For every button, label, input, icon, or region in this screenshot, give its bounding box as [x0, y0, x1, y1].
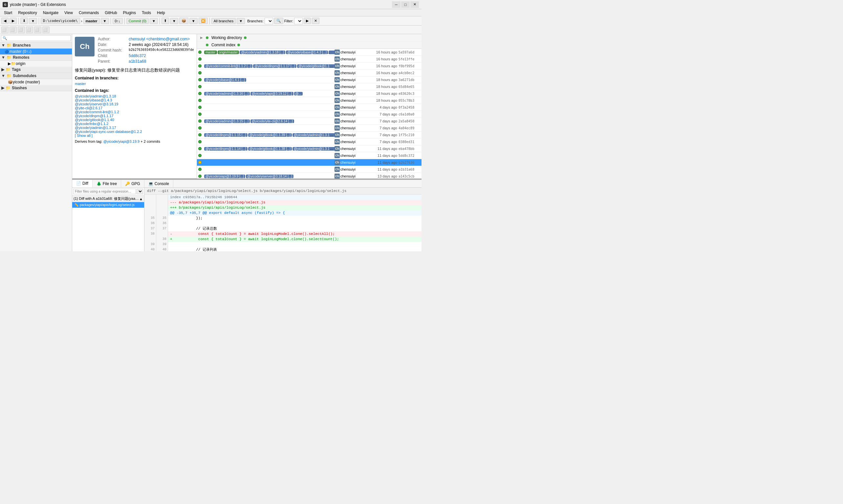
t2-btn6[interactable]: ⬜	[42, 26, 50, 33]
branch-label[interactable]: @yicode/yibase@1.4.1 [...]	[204, 78, 246, 82]
branch-label[interactable]: @yicode/commit-lint@1.1.2 [...]	[204, 64, 252, 68]
menu-view[interactable]: View	[62, 10, 75, 16]
toolbar-branch[interactable]: master	[83, 18, 100, 24]
sidebar-section-remotes[interactable]: ▼ 📁 Remotes	[0, 54, 72, 61]
toolbar-push[interactable]: ⬆	[161, 18, 169, 24]
tag-link-3[interactable]: @yite-cli@2.6.17	[75, 106, 194, 110]
toolbar-path[interactable]: D:\codes\yicode\	[41, 18, 80, 24]
tab-diff[interactable]: 📄 Diff	[72, 180, 92, 187]
commit-row[interactable]: masterorigin/master@yicode/yiadmin@1.3.1…	[197, 49, 421, 56]
commit-row[interactable]: @yicode/commit-lint@1.1.2 [...]@yicode/d…	[197, 63, 421, 70]
menu-help[interactable]: Help	[154, 10, 168, 16]
tag-link-2[interactable]: @yicode/yiserver@3.18.19	[75, 102, 194, 106]
commit-row[interactable]: Chchensuiyi16 hours agoa4cb0ec2	[197, 70, 421, 76]
t2-btn5[interactable]: ⬜	[34, 26, 41, 33]
minimize-button[interactable]: ─	[392, 1, 401, 8]
t2-btn2[interactable]: ⬜	[10, 26, 17, 33]
sidebar-section-stashes[interactable]: ▶ 📁 Stashes	[0, 85, 72, 91]
branch-label[interactable]: @yicode/yiapi@3.19.9 [...]	[204, 175, 245, 178]
branch-label[interactable]: @yicode/dlnpm@1.1.14 [...]	[204, 147, 247, 150]
branch-label[interactable]: @yicode/yibase@1.4.3 [...]	[286, 51, 328, 54]
branch-label[interactable]: @...	[294, 92, 303, 95]
branch-label[interactable]: origin/master	[218, 51, 239, 54]
branch-label[interactable]: @yicode/yiserver@3.18.14 [...]	[246, 175, 294, 178]
menu-plugins[interactable]: Plugins	[121, 10, 139, 16]
commit-row[interactable]: Chchensuiyi11 days agoa1b31a68	[197, 166, 421, 173]
sidebar-section-branches[interactable]: ▼ 📁 Branches	[0, 42, 72, 49]
toolbar-back[interactable]: ◀	[1, 18, 8, 24]
tag-link-0[interactable]: @yicode/yiadmin@1.3.18	[75, 94, 194, 98]
commit-row[interactable]: @yicode/yiadmin@1.3.15 [...]@yicode/yite…	[197, 118, 421, 125]
toolbar-filter-clear[interactable]: ✕	[312, 18, 319, 24]
toolbar-branches-select[interactable]	[265, 18, 273, 24]
menu-github[interactable]: GitHub	[102, 10, 120, 16]
commit-row[interactable]: @yicode/yiadmin@1.3.16 [...]@yicode/yiap…	[197, 90, 421, 97]
derives-tag-link[interactable]: @yicode/yiapi@3.19.9	[103, 140, 140, 143]
file-item-select[interactable]: ✏️ packages/yiapi/apis/loginLog/select.j…	[72, 202, 144, 208]
tab-gpg[interactable]: 🔑 GPG	[121, 180, 144, 187]
sidebar-section-submodules[interactable]: ▼ 📁 Submodules	[0, 73, 72, 79]
branch-label[interactable]: @yicode/gitlook@1.1.39 [...]	[248, 133, 292, 137]
commit-parent-value[interactable]: a1b31a68	[129, 59, 146, 64]
commit-row[interactable]: @yicode/dlnpm@1.1.15 [...]@yicode/gitloo…	[197, 131, 421, 139]
show-all-link[interactable]: [ Show all ]	[75, 133, 194, 138]
menu-commands[interactable]: Commands	[76, 10, 102, 16]
toolbar-forward[interactable]: ▶	[10, 18, 17, 24]
toolbar-stash[interactable]: 📦	[179, 18, 189, 24]
diff-collapse-btn[interactable]: ▲	[139, 197, 143, 201]
branch-label[interactable]: @yicode/yiadmin@1.3.16 [...]	[204, 92, 250, 95]
sidebar-item-master[interactable]: 🔵 master (0↑↓)	[0, 49, 72, 54]
menu-navigate[interactable]: Navigate	[40, 10, 61, 16]
toolbar-branches-dropdown[interactable]: ▼	[237, 18, 245, 24]
toolbar-diff[interactable]: 0↑↓	[112, 18, 123, 24]
branch-label[interactable]: @yicode/dlnpm@1.1.17 [...]	[253, 64, 296, 68]
commit-row[interactable]: @yicode/yibase@1.4.1 [...] Chchensuiyi18…	[197, 76, 421, 83]
sidebar-section-tags[interactable]: ▶ 📁 Tags	[0, 67, 72, 73]
menu-start[interactable]: Start	[1, 10, 15, 16]
toolbar-filter-select[interactable]	[294, 18, 303, 24]
commit-row[interactable]: Chchensuiyi7 days agoc6a1d0a0	[197, 111, 421, 118]
toolbar-branch-btn[interactable]: ▼	[101, 18, 109, 24]
commit-row[interactable]: Chchensuiyi18 hours ago055c78b3	[197, 97, 421, 104]
toolbar-filter-icon[interactable]: 🔍	[274, 18, 283, 24]
commit-row[interactable]: @yicode/yiapi@3.19.9 [...]@yicode/yiserv…	[197, 173, 421, 179]
close-button[interactable]: ✕	[410, 1, 419, 8]
t2-btn1[interactable]: ⬜	[1, 26, 8, 33]
maximize-button[interactable]: □	[401, 1, 410, 8]
file-filter-input[interactable]	[73, 189, 136, 194]
commit-row[interactable]: Chchensuiyi16 hours ago5fe13ffe	[197, 56, 421, 63]
tag-link-6[interactable]: @yicode/gitlook@1.1.40	[75, 118, 194, 122]
commit-row[interactable]: Chchensuiyi18 hours ago65d84e65	[197, 83, 421, 90]
toolbar-fetch[interactable]: ⬇	[20, 18, 28, 24]
commit-child-value[interactable]: 5dd8c372	[129, 53, 146, 58]
sidebar-search-input[interactable]	[1, 35, 71, 41]
tab-console[interactable]: 💻 Console	[144, 180, 173, 187]
tag-link-7[interactable]: @yicode/tnbc@1.1.2	[75, 122, 194, 126]
sidebar-item-origin[interactable]: ▶ 📁 origin	[0, 61, 72, 67]
menu-repository[interactable]: Repository	[15, 10, 39, 16]
t2-btn3[interactable]: ⬜	[18, 26, 25, 33]
toolbar-cherry[interactable]: 🔀	[199, 18, 208, 24]
commit-author-value[interactable]: chensuiyi <chenbimo@gmail.com>	[129, 37, 190, 41]
sidebar-item-yicode[interactable]: 📦 yicode (master)	[0, 79, 72, 85]
commit-row[interactable]: Chchensuiyi7 days ago4a04ec89	[197, 125, 421, 131]
commit-row[interactable]: @yicode/dlnpm@1.1.14 [...]@yicode/gitloo…	[197, 145, 421, 152]
branch-label[interactable]: @yicode/yiadmin@1.3.13 [...]	[293, 147, 334, 150]
toolbar-commit[interactable]: Commit (0)	[126, 18, 149, 24]
toolbar-commit-dropdown[interactable]: ▼	[150, 18, 158, 24]
tag-link-8[interactable]: @yicode/yiadmin@1.3.17	[75, 126, 194, 130]
toolbar-allbranches[interactable]: All branches	[211, 18, 236, 24]
commit-row[interactable]: Chchensuiyi7 days ago0380ed31	[197, 139, 421, 145]
commit-row[interactable]: Chchensuiyi11 days ago5dd8c372	[197, 152, 421, 159]
commit-row[interactable]: Chchensuiyi4 days ago0f3a2458	[197, 104, 421, 111]
branch-label[interactable]: @yicode/gitlook@1.1.38 [...]	[248, 147, 292, 150]
toolbar-push-dropdown[interactable]: ▼	[170, 18, 178, 24]
tag-link-9[interactable]: @yicode/yiapi-sync-user-database@1.2.2	[75, 130, 194, 133]
toolbar-filter-go[interactable]: ▶	[304, 18, 311, 24]
commit-row[interactable]: Chchensuiyi11 days agob2b27636	[197, 159, 421, 166]
master-branch-link[interactable]: master	[75, 82, 194, 86]
branch-label[interactable]: @yicode/yiadmin@1.3.18 [...]	[240, 51, 285, 54]
tag-link-1[interactable]: @yicode/yibase@1.4.3	[75, 98, 194, 102]
tag-link-4[interactable]: @yicode/commit-lint@1.1.2	[75, 110, 194, 114]
file-filter-select[interactable]: ▼	[137, 189, 143, 194]
